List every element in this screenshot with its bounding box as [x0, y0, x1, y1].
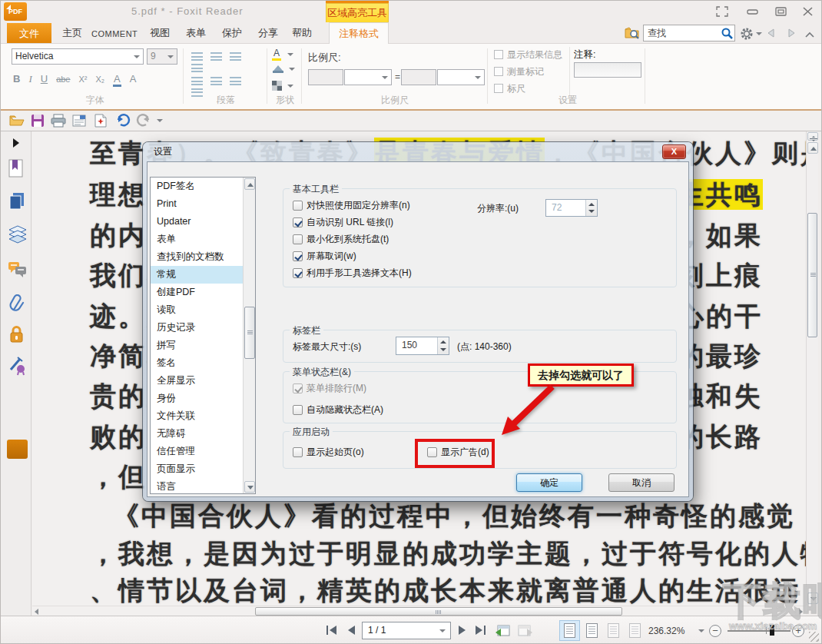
option-对快照使用固定分辨率(n)[interactable]: 对快照使用固定分辨率(n) — [293, 199, 410, 213]
signature-panel-icon[interactable] — [8, 356, 27, 378]
page-number-box[interactable]: 1 / 1 — [362, 622, 451, 639]
next-page-button[interactable] — [459, 626, 466, 635]
attachments-panel-icon[interactable] — [8, 294, 26, 317]
underline-button[interactable]: U — [41, 73, 48, 85]
settings-category-信任管理[interactable]: 信任管理 — [151, 443, 255, 460]
minimize-button[interactable] — [744, 5, 761, 18]
open-file-icon[interactable] — [8, 113, 25, 131]
settings-category-身份[interactable]: 身份 — [151, 390, 255, 407]
ribbon-checkbox-显示结果信息[interactable]: 显示结果信息 — [494, 48, 562, 61]
comments-panel-icon[interactable] — [8, 261, 27, 281]
checkbox-unchecked[interactable] — [293, 234, 303, 244]
pages-panel-icon[interactable] — [8, 191, 26, 212]
redo-icon[interactable] — [135, 113, 152, 131]
option-自动隐藏状态栏(A)[interactable]: 自动隐藏状态栏(A) — [293, 403, 383, 417]
tab-size-spinner[interactable]: 150 — [396, 337, 449, 355]
settings-category-读取[interactable]: 读取 — [151, 301, 255, 319]
previous-view-icon[interactable] — [495, 623, 511, 640]
checkbox-box[interactable] — [494, 67, 503, 76]
toolbar-options-caret[interactable] — [157, 119, 163, 122]
fill-color-button[interactable] — [272, 64, 300, 78]
continuous-mode-button[interactable] — [586, 623, 598, 638]
scale-value-1[interactable] — [308, 69, 343, 85]
search-magnifier-icon[interactable] — [721, 28, 734, 42]
list-scroll-up[interactable] — [244, 178, 255, 190]
settings-category-Print[interactable]: Print — [151, 195, 255, 213]
italic-button[interactable]: I — [28, 73, 31, 85]
option-自动识别 URL 链接(l)[interactable]: 自动识别 URL 链接(l) — [293, 216, 393, 230]
comment-input[interactable] — [574, 62, 641, 78]
highlighter-tool-swatch[interactable] — [7, 440, 28, 459]
close-button[interactable] — [800, 5, 817, 18]
previous-result-icon[interactable] — [766, 28, 777, 41]
tab-COMMENT[interactable]: COMMENT — [91, 23, 138, 43]
option-最小化到系统托盘(t)[interactable]: 最小化到系统托盘(t) — [293, 233, 389, 247]
gear-icon[interactable] — [740, 27, 754, 43]
scale-unit-2[interactable] — [437, 69, 485, 85]
list-scrollbar[interactable] — [243, 178, 255, 493]
maximize-button[interactable] — [773, 5, 790, 18]
next-view-icon[interactable] — [517, 623, 533, 640]
ribbon-checkbox-测量标记[interactable]: 测量标记 — [494, 65, 544, 78]
superscript-button[interactable]: X² — [78, 75, 87, 84]
pattern-button[interactable] — [272, 81, 300, 95]
facing-mode-button[interactable] — [608, 623, 619, 638]
checkbox-unchecked[interactable] — [293, 447, 303, 457]
tab-分享[interactable]: 分享 — [258, 23, 278, 43]
scale-unit-1[interactable] — [344, 69, 392, 85]
previous-page-button[interactable] — [348, 626, 355, 635]
tab-表单[interactable]: 表单 — [186, 23, 206, 43]
option-利用手形工具选择文本(H)[interactable]: 利用手形工具选择文本(H) — [293, 267, 412, 281]
checkbox-box[interactable] — [494, 84, 503, 93]
settings-category-历史记录[interactable]: 历史记录 — [151, 319, 255, 337]
settings-category-创建PDF[interactable]: 创建PDF — [151, 284, 255, 301]
settings-category-全屏显示[interactable]: 全屏显示 — [151, 372, 255, 390]
expand-panel-icon[interactable] — [12, 138, 21, 151]
checkbox-checked[interactable] — [293, 251, 303, 261]
first-page-button[interactable] — [330, 626, 336, 635]
new-document-icon[interactable] — [93, 113, 108, 131]
settings-category-文件关联[interactable]: 文件关联 — [151, 407, 255, 425]
scroll-up-button[interactable] — [807, 142, 818, 154]
zoom-out-button[interactable]: − — [709, 625, 721, 637]
settings-category-常规[interactable]: 常规 — [151, 266, 255, 284]
search-folder-icon[interactable] — [625, 25, 641, 43]
tab-帮助[interactable]: 帮助 — [292, 23, 312, 43]
document-properties-icon[interactable] — [71, 113, 87, 131]
settings-category-页面显示[interactable]: 页面显示 — [151, 460, 255, 478]
checkbox-checked[interactable] — [293, 268, 303, 278]
horizontal-scroll-thumb[interactable] — [255, 607, 622, 616]
print-icon[interactable] — [50, 113, 67, 131]
security-panel-icon[interactable] — [8, 325, 25, 346]
ok-button[interactable]: 确定 — [516, 473, 582, 492]
layers-panel-icon[interactable] — [8, 225, 28, 246]
settings-category-list[interactable]: PDF签名PrintUpdater表单查找到的文档数常规创建PDF读取历史记录拼… — [150, 177, 256, 494]
settings-category-无障碍[interactable]: 无障碍 — [151, 425, 255, 443]
tab-主页[interactable]: 主页 — [62, 23, 82, 43]
scroll-left-button[interactable] — [34, 609, 40, 615]
undo-icon[interactable] — [114, 113, 131, 131]
tab-保护[interactable]: 保护 — [222, 23, 242, 43]
highlight-color-button[interactable]: A — [272, 47, 300, 61]
list-scroll-down[interactable] — [244, 481, 255, 493]
single-page-mode-button[interactable] — [559, 620, 580, 641]
gear-dropdown-caret[interactable] — [756, 32, 762, 35]
last-page-button[interactable] — [484, 626, 486, 635]
checkbox-checked[interactable] — [293, 217, 303, 227]
option-显示起始页(o)[interactable]: 显示起始页(o) — [293, 446, 364, 460]
char-spacing-button[interactable]: A — [130, 73, 137, 85]
bold-button[interactable]: B — [13, 73, 20, 85]
split-view-handle[interactable] — [807, 132, 818, 141]
continuous-facing-mode-button[interactable] — [629, 623, 641, 638]
align-icons-row1[interactable] — [191, 51, 267, 75]
font-color-button[interactable]: A — [113, 73, 121, 87]
tab-视图[interactable]: 视图 — [150, 23, 170, 43]
list-scroll-thumb[interactable] — [244, 307, 255, 359]
subscript-button[interactable]: X₂ — [95, 75, 104, 84]
save-icon[interactable] — [30, 113, 45, 131]
collapse-ribbon-icon[interactable] — [804, 29, 815, 41]
option-屏幕取词(w)[interactable]: 屏幕取词(w) — [293, 250, 356, 264]
settings-category-Updater[interactable]: Updater — [151, 213, 255, 231]
checkbox-unchecked[interactable] — [293, 405, 303, 415]
tab-file[interactable]: 文件 — [7, 23, 51, 44]
